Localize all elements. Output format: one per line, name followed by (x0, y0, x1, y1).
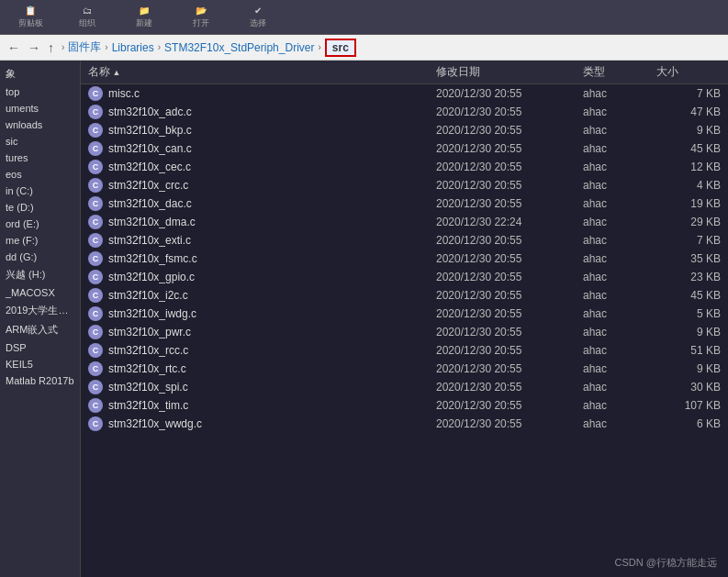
sidebar-item-drive-h[interactable]: 兴越 (H:) (0, 265, 80, 284)
file-icon: C (88, 416, 103, 431)
table-row[interactable]: C stm32f10x_adc.c 2020/12/30 20:55 ahac … (81, 103, 728, 121)
table-row[interactable]: C stm32f10x_exti.c 2020/12/30 20:55 ahac… (81, 231, 728, 250)
file-name-label: misc.c (108, 87, 140, 100)
sidebar-item-xiang[interactable]: 象 (0, 64, 80, 83)
file-date-cell: 2020/12/30 20:55 (436, 362, 583, 375)
table-row[interactable]: C stm32f10x_rtc.c 2020/12/30 20:55 ahac … (81, 360, 728, 378)
sidebar-item-2019[interactable]: 2019大学生电子 (0, 301, 80, 320)
breadcrumb-separator-1: › (105, 42, 107, 52)
file-name-cell: C stm32f10x_rcc.c (88, 343, 436, 358)
sidebar-item-drive-g[interactable]: dd (G:) (0, 249, 80, 265)
sidebar-item-drive-c[interactable]: in (C:) (0, 183, 80, 199)
sidebar-item-drive-d[interactable]: te (D:) (0, 199, 80, 216)
organize-icon: 🗂 (83, 6, 92, 16)
sidebar-item-top[interactable]: top (0, 83, 80, 100)
table-row[interactable]: C stm32f10x_gpio.c 2020/12/30 20:55 ahac… (81, 268, 728, 286)
breadcrumb-separator-2: › (158, 42, 161, 52)
file-name-cell: C stm32f10x_wwdg.c (88, 416, 436, 431)
sidebar-item-arm[interactable]: ARM嵌入式 (0, 320, 80, 339)
sidebar-item-pictures[interactable]: tures (0, 150, 80, 166)
file-size-cell: 30 KB (656, 381, 721, 394)
breadcrumb-firmware[interactable]: 固件库 (68, 39, 101, 55)
file-name-cell: C stm32f10x_cec.c (88, 160, 436, 174)
file-type-cell: ahac (583, 399, 656, 412)
table-row[interactable]: C stm32f10x_can.c 2020/12/30 20:55 ahac … (81, 139, 728, 158)
file-date-cell: 2020/12/30 20:55 (436, 179, 583, 192)
select-label: 选择 (250, 17, 266, 29)
file-name-label: stm32f10x_dac.c (108, 197, 192, 210)
new-label: 新建 (136, 17, 152, 29)
table-row[interactable]: C stm32f10x_pwr.c 2020/12/30 20:55 ahac … (81, 323, 728, 341)
table-row[interactable]: C misc.c 2020/12/30 20:55 ahac 7 KB (81, 84, 728, 103)
header-type[interactable]: 类型 (583, 64, 656, 80)
breadcrumb-separator-0: › (62, 42, 64, 52)
sidebar-item-matlab[interactable]: Matlab R2017b (0, 372, 80, 389)
table-row[interactable]: C stm32f10x_rcc.c 2020/12/30 20:55 ahac … (81, 341, 728, 360)
up-button[interactable]: ↑ (48, 40, 54, 55)
file-type-cell: ahac (583, 344, 656, 357)
file-explorer-window: 📋 剪贴板 🗂 组织 📁 新建 📂 打开 ✔ 选择 ← → ↑ › 固件库 › … (0, 0, 728, 577)
file-date-cell: 2020/12/30 20:55 (436, 381, 583, 394)
clipboard-icon: 📋 (25, 6, 36, 16)
breadcrumb-driver[interactable]: STM32F10x_StdPeriph_Driver (164, 41, 314, 54)
file-name-cell: C stm32f10x_dma.c (88, 215, 436, 229)
sidebar-item-drive-e[interactable]: ord (E:) (0, 216, 80, 232)
table-row[interactable]: C stm32f10x_tim.c 2020/12/30 20:55 ahac … (81, 396, 728, 415)
table-row[interactable]: C stm32f10x_iwdg.c 2020/12/30 20:55 ahac… (81, 305, 728, 323)
file-type-cell: ahac (583, 307, 656, 320)
header-size[interactable]: 大小 (656, 64, 721, 80)
table-row[interactable]: C stm32f10x_i2c.c 2020/12/30 20:55 ahac … (81, 286, 728, 305)
file-type-cell: ahac (583, 417, 656, 430)
file-type-cell: ahac (583, 216, 656, 228)
file-name-label: stm32f10x_pwr.c (108, 326, 191, 338)
file-size-cell: 9 KB (656, 124, 721, 137)
file-name-cell: C stm32f10x_bkp.c (88, 123, 436, 138)
file-name-cell: C stm32f10x_tim.c (88, 398, 436, 413)
file-name-label: stm32f10x_rtc.c (108, 362, 186, 375)
file-type-cell: ahac (583, 142, 656, 155)
sidebar-item-music[interactable]: sic (0, 133, 80, 150)
breadcrumb-src[interactable]: src (325, 39, 356, 57)
file-name-cell: C stm32f10x_gpio.c (88, 270, 436, 284)
file-type-cell: ahac (583, 362, 656, 375)
file-name-label: stm32f10x_wwdg.c (108, 417, 202, 430)
table-row[interactable]: C stm32f10x_spi.c 2020/12/30 20:55 ahac … (81, 378, 728, 396)
file-size-cell: 5 KB (656, 307, 721, 320)
table-row[interactable]: C stm32f10x_cec.c 2020/12/30 20:55 ahac … (81, 158, 728, 176)
file-size-cell: 35 KB (656, 252, 721, 265)
back-button[interactable]: ← (7, 40, 20, 55)
open-label: 打开 (193, 17, 209, 29)
file-name-label: stm32f10x_cec.c (108, 161, 191, 173)
table-row[interactable]: C stm32f10x_crc.c 2020/12/30 20:55 ahac … (81, 176, 728, 194)
table-row[interactable]: C stm32f10x_fsmc.c 2020/12/30 20:55 ahac… (81, 250, 728, 268)
file-size-cell: 9 KB (656, 362, 721, 375)
toolbar: 📋 剪贴板 🗂 组织 📁 新建 📂 打开 ✔ 选择 (0, 0, 728, 35)
file-size-cell: 29 KB (656, 216, 721, 228)
file-size-cell: 51 KB (656, 344, 721, 357)
breadcrumb-bar: ← → ↑ › 固件库 › Libraries › STM32F10x_StdP… (0, 35, 728, 61)
file-date-cell: 2020/12/30 20:55 (436, 344, 583, 357)
file-name-label: stm32f10x_crc.c (108, 179, 188, 192)
file-type-cell: ahac (583, 289, 656, 302)
file-date-cell: 2020/12/30 20:55 (436, 289, 583, 302)
file-icon: C (88, 251, 103, 266)
sidebar: 象 top uments wnloads sic tures eos in (C… (0, 61, 81, 577)
table-row[interactable]: C stm32f10x_dma.c 2020/12/30 22:24 ahac … (81, 213, 728, 231)
table-row[interactable]: C stm32f10x_wwdg.c 2020/12/30 20:55 ahac… (81, 415, 728, 433)
file-list: C misc.c 2020/12/30 20:55 ahac 7 KB C st… (81, 84, 728, 577)
sidebar-item-macosx[interactable]: _MACOSX (0, 284, 80, 301)
table-row[interactable]: C stm32f10x_bkp.c 2020/12/30 20:55 ahac … (81, 121, 728, 139)
file-icon: C (88, 215, 103, 229)
sidebar-item-videos[interactable]: eos (0, 166, 80, 183)
table-row[interactable]: C stm32f10x_dac.c 2020/12/30 20:55 ahac … (81, 194, 728, 213)
header-name[interactable]: 名称 (88, 64, 436, 80)
sidebar-item-documents[interactable]: uments (0, 100, 80, 117)
forward-button[interactable]: → (28, 40, 40, 55)
sidebar-item-keil[interactable]: KEIL5 (0, 356, 80, 372)
breadcrumb-libraries[interactable]: Libraries (112, 41, 154, 54)
sidebar-item-downloads[interactable]: wnloads (0, 117, 80, 133)
header-date[interactable]: 修改日期 (436, 64, 583, 80)
file-type-cell: ahac (583, 252, 656, 265)
sidebar-item-drive-f[interactable]: me (F:) (0, 232, 80, 249)
sidebar-item-dsp[interactable]: DSP (0, 339, 80, 356)
